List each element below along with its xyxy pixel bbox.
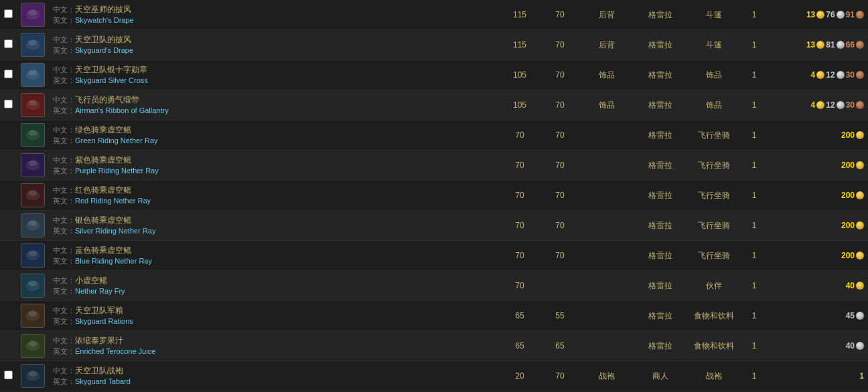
gold-coin-icon — [816, 41, 824, 49]
table-row: 中文：蓝色骑乘虚空鳐 英文：Blue Riding Nether Ray 707… — [0, 241, 868, 271]
en-label: 英文： — [53, 347, 75, 355]
row-checkbox[interactable] — [4, 39, 13, 48]
item-name-chinese: 紫色骑乘虚空鳐 — [75, 155, 131, 165]
item-price: 40 — [768, 271, 868, 301]
item-count: 1 — [741, 271, 768, 301]
cn-label: 中文： — [53, 156, 75, 164]
item-price: 13 76 91 — [768, 0, 868, 30]
required-level: 65 — [540, 331, 580, 361]
item-icon — [21, 3, 45, 27]
item-name-chinese: 天空巫师的披风 — [75, 5, 131, 14]
silver-coin-icon — [856, 312, 864, 320]
item-location: 格雷拉 — [634, 0, 687, 30]
item-icon-cell — [17, 361, 49, 391]
item-location: 商人 — [634, 361, 687, 391]
row-checkbox[interactable] — [4, 9, 13, 18]
svg-point-26 — [29, 251, 38, 257]
en-label: 英文： — [53, 227, 75, 235]
item-icon — [21, 183, 45, 207]
item-icon — [21, 93, 45, 117]
item-name-cell: 中文：绿色骑乘虚空鳐 英文：Green Riding Nether Ray — [49, 120, 500, 151]
item-slot — [580, 331, 634, 361]
item-icon-cell — [17, 241, 49, 271]
silver-coin-icon — [856, 342, 864, 350]
item-level: 70 — [500, 120, 540, 151]
gold-coin-icon — [856, 282, 864, 290]
item-level: 70 — [500, 241, 540, 271]
row-checkbox[interactable] — [4, 100, 13, 108]
item-location: 格雷拉 — [634, 60, 687, 90]
item-icon — [21, 364, 45, 388]
item-slot: 后背 — [580, 30, 634, 60]
item-price: 200 — [768, 151, 868, 181]
item-icon — [21, 213, 45, 237]
item-price: 4 12 30 — [768, 90, 868, 120]
item-level: 65 — [500, 301, 540, 331]
item-count: 1 — [741, 331, 768, 361]
item-name-cell: 中文：浓缩泰罗果汁 英文：Enriched Terocone Juice — [49, 331, 500, 361]
silver-coin-icon — [837, 101, 845, 109]
item-name-english: Enriched Terocone Juice — [75, 347, 155, 355]
item-icon-cell — [17, 211, 49, 241]
item-price: 13 81 66 — [768, 30, 868, 60]
gold-coin-icon — [856, 221, 864, 229]
cn-label: 中文： — [53, 276, 75, 284]
item-name-cell: 中文：飞行员的勇气缎带 英文：Airman's Ribbon of Gallan… — [49, 90, 500, 120]
item-icon — [21, 304, 45, 328]
item-name-chinese: 浓缩泰罗果汁 — [75, 336, 123, 345]
item-count: 1 — [741, 0, 768, 30]
item-price: 4 12 30 — [768, 60, 868, 90]
en-label: 英文： — [53, 197, 75, 205]
item-type: 飞行坐骑 — [687, 151, 741, 181]
required-level: 70 — [540, 120, 580, 151]
table-row: 中文：紫色骑乘虚空鳐 英文：Purple Riding Nether Ray 7… — [0, 151, 868, 181]
item-name-english: Purple Riding Nether Ray — [75, 167, 159, 175]
item-level: 115 — [500, 30, 540, 60]
item-slot — [580, 241, 634, 271]
table-row: 中文：天空巫师的披风 英文：Skywatch's Drape 11570后背格雷… — [0, 0, 868, 30]
item-icon — [21, 243, 45, 268]
cn-label: 中文： — [53, 216, 75, 224]
item-level: 105 — [500, 60, 540, 90]
svg-point-35 — [29, 341, 38, 347]
en-label: 英文： — [53, 167, 75, 175]
item-icon — [21, 274, 45, 298]
item-slot: 饰品 — [580, 90, 634, 120]
gold-coin-icon — [856, 161, 864, 169]
gold-coin-icon — [816, 101, 824, 109]
cn-label: 中文： — [53, 186, 75, 194]
item-name-cell: 中文：银色骑乘虚空鳐 英文：Silver Riding Nether Ray — [49, 211, 500, 241]
svg-point-20 — [29, 191, 38, 197]
item-name-cell: 中文：天空卫队军粮 英文：Skyguard Rations — [49, 301, 500, 331]
row-checkbox[interactable] — [4, 371, 13, 379]
row-checkbox[interactable] — [4, 70, 13, 78]
cn-label: 中文： — [53, 5, 75, 13]
item-icon — [21, 33, 45, 57]
en-label: 英文： — [53, 46, 75, 54]
en-label: 英文： — [53, 317, 75, 325]
item-name-english: Skyguard Tabard — [75, 377, 131, 385]
item-slot — [580, 301, 634, 331]
item-name-english: Green Riding Nether Ray — [75, 136, 158, 144]
item-icon-cell — [17, 181, 49, 211]
table-row: 中文：天空卫队银十字勋章 英文：Skyguard Silver Cross 10… — [0, 60, 868, 90]
item-name-chinese: 绿色骑乘虚空鳐 — [75, 125, 131, 134]
required-level: 70 — [540, 60, 580, 90]
item-price: 45 — [768, 301, 868, 331]
svg-point-38 — [29, 371, 38, 377]
item-location: 格雷拉 — [634, 151, 687, 181]
table-row: 中文：小虚空鳐 英文：Nether Ray Fry 70格雷拉伙伴140 — [0, 271, 868, 301]
item-name-chinese: 红色骑乘虚空鳐 — [75, 185, 131, 195]
en-label: 英文： — [53, 257, 75, 265]
item-count: 1 — [741, 60, 768, 90]
item-price: 40 — [768, 331, 868, 361]
item-name-cell: 中文：紫色骑乘虚空鳐 英文：Purple Riding Nether Ray — [49, 151, 500, 181]
item-location: 格雷拉 — [634, 120, 687, 151]
required-level: 70 — [540, 151, 580, 181]
item-price: 200 — [768, 181, 868, 211]
cn-label: 中文： — [53, 367, 75, 375]
item-name-cell: 中文：蓝色骑乘虚空鳐 英文：Blue Riding Nether Ray — [49, 241, 500, 271]
item-slot — [580, 271, 634, 301]
item-count: 1 — [741, 120, 768, 151]
svg-point-29 — [29, 281, 38, 287]
